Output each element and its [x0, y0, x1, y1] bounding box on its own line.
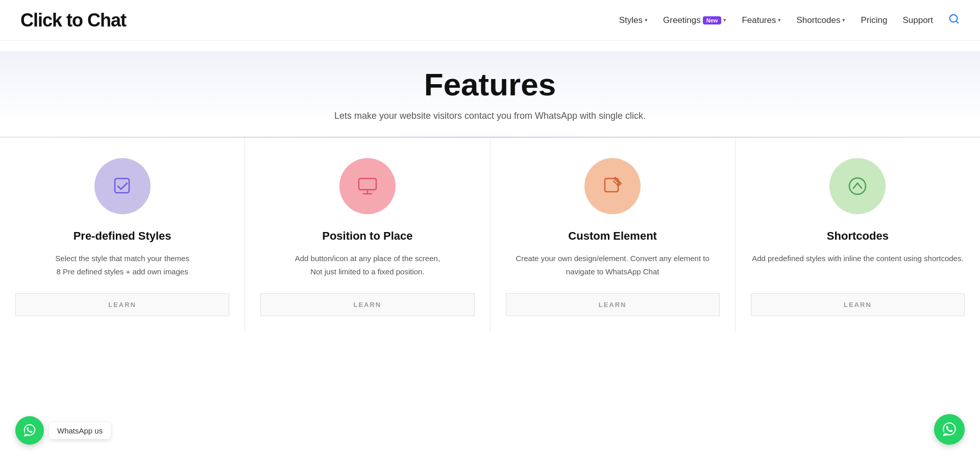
main-content: Features Lets make your website visitors…	[0, 41, 980, 331]
chevron-down-icon: ▾	[778, 17, 781, 23]
card-1-desc: Select the style that match your themes8…	[55, 252, 189, 278]
card-3-title: Custom Element	[568, 229, 657, 243]
new-badge: New	[703, 16, 722, 24]
card-1-learn-button[interactable]: LEARN	[15, 293, 229, 316]
nav-features-label: Features	[742, 15, 776, 25]
card-1-title: Pre-defined Styles	[74, 229, 172, 243]
card-shortcodes: Shortcodes Add predefined styles with in…	[736, 138, 980, 331]
cards-container: Pre-defined Styles Select the style that…	[0, 138, 980, 331]
card-2-title: Position to Place	[322, 229, 412, 243]
card-icon-circle-orange	[584, 158, 641, 214]
card-4-desc: Add predefined styles with inline the co…	[752, 252, 963, 278]
card-3-desc: Create your own design/element. Convert …	[506, 252, 720, 278]
card-custom-element: Custom Element Create your own design/el…	[491, 138, 736, 331]
nav-support-label: Support	[902, 15, 933, 25]
logo[interactable]: Click to Chat	[20, 10, 126, 31]
svg-rect-2	[115, 178, 129, 193]
features-section: Features Lets make your website visitors…	[0, 51, 980, 121]
chevron-down-icon: ▾	[723, 17, 726, 23]
nav-styles[interactable]: Styles ▾	[619, 15, 648, 25]
features-subtitle: Lets make your website visitors contact …	[20, 111, 960, 121]
card-predefined-styles: Pre-defined Styles Select the style that…	[0, 138, 245, 331]
card-4-title: Shortcodes	[827, 229, 889, 243]
card-2-desc: Add button/icon at any place of the scre…	[295, 252, 440, 278]
nav-pricing[interactable]: Pricing	[861, 15, 887, 25]
features-title: Features	[20, 66, 960, 103]
card-4-learn-button[interactable]: LEARN	[751, 293, 965, 316]
card-position: Position to Place Add button/icon at any…	[245, 138, 490, 331]
main-nav: Styles ▾ Greetings New ▾ Features ▾ Shor…	[619, 13, 960, 27]
nav-features[interactable]: Features ▾	[742, 15, 781, 25]
svg-line-1	[956, 21, 958, 23]
edit-icon	[601, 174, 624, 198]
checkbox-icon	[111, 174, 134, 198]
nav-shortcodes-label: Shortcodes	[796, 15, 840, 25]
chevron-down-icon: ▾	[842, 17, 845, 23]
nav-styles-label: Styles	[619, 15, 643, 25]
svg-rect-3	[359, 178, 376, 190]
search-icon[interactable]	[948, 13, 960, 27]
card-icon-circle-pink	[339, 158, 396, 214]
card-2-learn-button[interactable]: LEARN	[260, 293, 474, 316]
nav-shortcodes[interactable]: Shortcodes ▾	[796, 15, 845, 25]
card-icon-circle-purple	[94, 158, 151, 214]
nav-greetings-label: Greetings	[663, 15, 701, 25]
svg-point-8	[849, 178, 866, 194]
chevron-down-icon: ▾	[645, 17, 648, 23]
nav-pricing-label: Pricing	[861, 15, 887, 25]
card-icon-circle-green	[829, 158, 886, 214]
nav-support[interactable]: Support	[902, 15, 933, 25]
card-3-learn-button[interactable]: LEARN	[506, 293, 720, 316]
monitor-icon	[356, 174, 379, 198]
header: Click to Chat Styles ▾ Greetings New ▾ F…	[0, 0, 980, 41]
nav-greetings[interactable]: Greetings New ▾	[663, 15, 726, 25]
chevron-up-circle-icon	[846, 174, 869, 198]
